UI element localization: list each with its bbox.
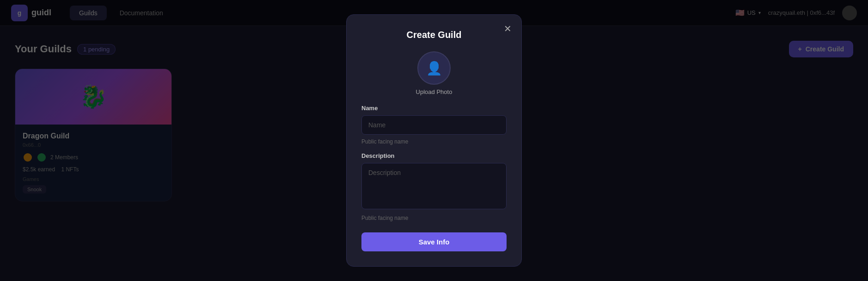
save-info-button[interactable]: Save Info	[361, 232, 507, 251]
upload-photo-label: Upload Photo	[416, 88, 452, 95]
name-label: Name	[361, 105, 507, 112]
name-input[interactable]	[361, 115, 507, 135]
modal-overlay: ✕ Create Guild 👤 Upload Photo Name Publi…	[0, 0, 868, 281]
name-hint: Public facing name	[361, 138, 507, 145]
create-guild-modal: ✕ Create Guild 👤 Upload Photo Name Publi…	[346, 14, 522, 267]
photo-circle: 👤	[417, 51, 451, 85]
modal-close-button[interactable]: ✕	[501, 22, 514, 35]
description-input[interactable]	[361, 163, 507, 209]
upload-photo-area[interactable]: 👤 Upload Photo	[361, 51, 507, 95]
description-label: Description	[361, 152, 507, 159]
modal-title: Create Guild	[361, 30, 507, 40]
description-hint: Public facing name	[361, 215, 507, 221]
user-photo-icon: 👤	[426, 61, 442, 76]
